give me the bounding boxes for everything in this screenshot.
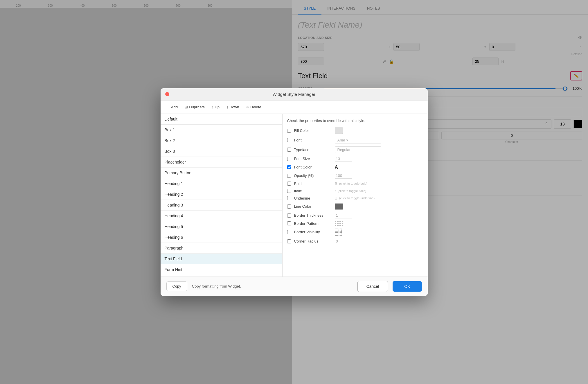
up-button[interactable]: ↑ Up — [209, 103, 222, 111]
font-value: Arial ∨ — [335, 137, 423, 143]
italic-row: Italic I (click to toggle italic) — [287, 189, 423, 193]
modal-body: Default Box 1 Box 2 Box 3 Placeholder Pr… — [161, 114, 428, 277]
style-list-item[interactable]: Box 3 — [161, 146, 282, 157]
corner-radius-prop-label: Corner Radius — [294, 239, 332, 243]
fill-color-checkbox[interactable] — [287, 129, 291, 133]
style-list-item[interactable]: Heading 1 — [161, 178, 282, 189]
corner-radius-prop-value — [335, 238, 423, 244]
dropdown-arrow: ∨ — [346, 139, 348, 142]
down-button[interactable]: ↓ Down — [224, 103, 242, 111]
bold-prop-label: Bold — [294, 182, 332, 186]
fill-color-row: Fill Color — [287, 128, 423, 134]
bold-row: Bold B (click to toggle bold) — [287, 182, 423, 186]
font-checkbox[interactable] — [287, 138, 291, 142]
font-color-prop-label: Font Color — [294, 165, 332, 169]
border-pattern-checkbox[interactable] — [287, 221, 291, 225]
font-size-row: Font Size — [287, 156, 423, 162]
copy-hint-text: Copy formatting from Widget. — [192, 284, 241, 288]
properties-hint: Check the properties to override with th… — [287, 119, 423, 123]
underline-prop-label: Underline — [294, 196, 332, 200]
style-list-item[interactable]: Primary Button — [161, 168, 282, 178]
border-visibility-prop-label: Border Visibility — [294, 230, 332, 234]
font-size-prop-input[interactable] — [335, 156, 352, 162]
style-list-item[interactable]: Heading 2 — [161, 189, 282, 200]
font-row: Font Arial ∨ — [287, 137, 423, 143]
italic-icon: I — [335, 189, 336, 193]
style-list-item[interactable]: Form Hint — [161, 264, 282, 275]
bold-checkbox[interactable] — [287, 182, 291, 186]
border-thickness-checkbox[interactable] — [287, 213, 291, 218]
style-list-item[interactable]: Box 1 — [161, 125, 282, 135]
typeface-row: Typeface Regular ⌃ — [287, 146, 423, 153]
underline-checkbox[interactable] — [287, 196, 291, 200]
fill-color-prop-label: Fill Color — [294, 128, 332, 133]
border-thickness-prop-value — [335, 213, 423, 218]
copy-button[interactable]: Copy — [166, 281, 187, 291]
font-size-checkbox[interactable] — [287, 157, 291, 161]
cancel-button[interactable]: Cancel — [357, 281, 388, 292]
line-color-checkbox[interactable] — [287, 204, 291, 209]
typeface-dropdown[interactable]: Regular ⌃ — [335, 146, 381, 153]
font-size-prop-label: Font Size — [294, 157, 332, 161]
typeface-prop-label: Typeface — [294, 148, 332, 152]
border-thickness-prop-input[interactable] — [335, 213, 352, 218]
underline-row: Underline U (click to toggle underline) — [287, 196, 423, 200]
line-color-swatch — [335, 203, 343, 210]
modal-titlebar: Widget Style Manager — [161, 88, 428, 101]
style-list-item[interactable]: Heading 4 — [161, 211, 282, 221]
line-color-prop-label: Line Color — [294, 204, 332, 209]
style-list: Default Box 1 Box 2 Box 3 Placeholder Pr… — [161, 114, 283, 277]
opacity-prop-row: Opacity (%) — [287, 173, 423, 179]
corner-radius-checkbox[interactable] — [287, 239, 291, 243]
add-style-button[interactable]: + Add — [165, 103, 181, 111]
line-color-value — [335, 203, 423, 210]
duplicate-icon: ⊞ — [185, 105, 188, 109]
border-pattern-prop-label: Border Pattern — [294, 221, 332, 226]
underline-hint: (click to toggle underline) — [339, 196, 375, 200]
delete-button[interactable]: ✕ Delete — [243, 103, 264, 111]
opacity-prop-input[interactable] — [335, 173, 352, 179]
style-text-field-item[interactable]: Text Field — [161, 254, 282, 264]
duplicate-style-button[interactable]: ⊞ Duplicate — [182, 103, 208, 111]
font-dropdown[interactable]: Arial ∨ — [335, 137, 381, 143]
border-pattern-prop-value — [335, 221, 423, 226]
style-list-item[interactable]: Heading 6 — [161, 232, 282, 243]
properties-panel: Check the properties to override with th… — [283, 114, 428, 277]
font-color-checkbox[interactable] — [287, 165, 291, 169]
opacity-checkbox[interactable] — [287, 174, 291, 178]
underline-value: U (click to toggle underline) — [335, 196, 423, 200]
modal-dialog: Widget Style Manager + Add ⊞ Duplicate ↑… — [161, 88, 428, 296]
fill-color-value — [335, 128, 423, 134]
border-visibility-prop-row: Border Visibility — [287, 229, 423, 236]
bold-hint: (click to toggle bold) — [339, 182, 368, 185]
modal-close-button[interactable] — [165, 92, 169, 96]
bold-icon: B — [335, 182, 337, 186]
fill-color-swatch-preview — [335, 128, 343, 134]
style-default-item[interactable]: Default — [161, 114, 282, 125]
border-pattern-dots-icon — [335, 221, 343, 226]
corner-radius-row: Corner Radius — [287, 238, 423, 244]
font-prop-label: Font — [294, 138, 332, 142]
style-list-item[interactable]: Heading 5 — [161, 221, 282, 232]
style-list-item[interactable]: Box 2 — [161, 135, 282, 146]
italic-checkbox[interactable] — [287, 189, 291, 193]
corner-radius-prop-input[interactable] — [335, 238, 352, 244]
bold-value: B (click to toggle bold) — [335, 182, 423, 186]
ok-button[interactable]: OK — [393, 281, 422, 292]
border-thickness-prop-row: Border Thickness — [287, 213, 423, 218]
italic-hint: (click to toggle italic) — [337, 189, 366, 193]
font-size-value — [335, 156, 423, 162]
line-color-row: Line Color — [287, 203, 423, 210]
modal-toolbar: + Add ⊞ Duplicate ↑ Up ↓ Down ✕ Delete — [161, 101, 428, 114]
typeface-dropdown-arrow: ⌃ — [352, 148, 354, 151]
underline-icon: U — [335, 196, 337, 200]
style-list-item[interactable]: Placeholder — [161, 157, 282, 168]
opacity-value-prop — [335, 173, 423, 179]
style-list-item[interactable]: Form Disabled — [161, 275, 282, 277]
border-visibility-checkbox[interactable] — [287, 230, 291, 234]
style-list-item[interactable]: Paragraph — [161, 243, 282, 254]
style-list-item[interactable]: Heading 3 — [161, 200, 282, 211]
font-color-row: Font Color A — [287, 165, 423, 170]
typeface-checkbox[interactable] — [287, 148, 291, 152]
modal-overlay: Widget Style Manager + Add ⊞ Duplicate ↑… — [0, 0, 588, 384]
